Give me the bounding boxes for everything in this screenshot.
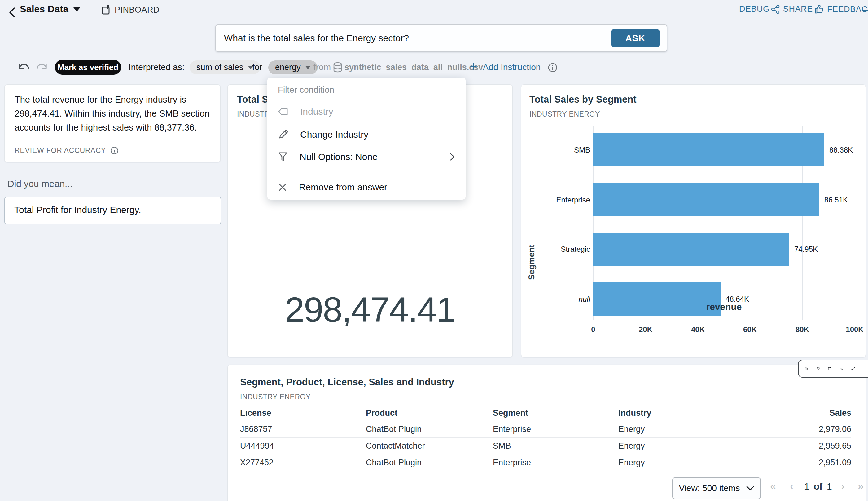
metric-chip-label: sum of sales	[196, 63, 243, 72]
undo-button[interactable]	[17, 61, 31, 73]
category-label: Enterprise	[528, 183, 590, 216]
menu-item-label: Industry	[300, 106, 333, 117]
cell-segment: SMB	[493, 438, 511, 454]
col-header-industry[interactable]: Industry	[618, 405, 651, 421]
prev-page-button[interactable]: ‹	[790, 480, 794, 493]
back-button[interactable]	[7, 6, 17, 19]
insight-bulb-icon[interactable]	[816, 364, 820, 374]
ask-button[interactable]: ASK	[611, 30, 660, 47]
dataset-selector[interactable]: Sales Data	[20, 4, 80, 15]
header-divider	[92, 2, 92, 26]
redo-button[interactable]	[35, 61, 48, 73]
menu-item-null-options[interactable]: Null Options: None	[267, 147, 465, 167]
cell-sales: 2,979.06	[819, 421, 851, 437]
funnel-icon	[278, 152, 288, 162]
row-divider	[240, 454, 851, 455]
menu-item-change-industry[interactable]: Change Industry	[267, 125, 465, 145]
collapsed-menu-icon[interactable]	[863, 10, 868, 11]
table-title: Segment, Product, License, Sales and Ind…	[240, 377, 454, 388]
question-input[interactable]: What is the total sales for the Energy s…	[224, 25, 409, 51]
cell-license: U444994	[240, 438, 274, 454]
pinboard-icon	[101, 4, 111, 15]
for-word: for	[252, 60, 262, 75]
feedback-button[interactable]: FEEDBACK	[814, 4, 868, 14]
value-label: 74.95K	[794, 233, 818, 266]
source-file-label: synthetic_sales_data_all_nulls.csv	[344, 60, 483, 75]
bar-chart-card: Total Sales by Segment INDUSTRY ENERGY S…	[521, 84, 866, 358]
bar-smb[interactable]	[593, 133, 824, 167]
ask-bar[interactable]: What is the total sales for the Energy s…	[215, 24, 667, 52]
share-icon	[771, 5, 780, 14]
col-header-license[interactable]: License	[240, 405, 271, 421]
view-items-label: View: 500 items	[679, 483, 740, 493]
table-subtitle: INDUSTRY ENERGY	[240, 393, 311, 401]
value-label: 86.51K	[824, 183, 848, 216]
chart-subtitle: INDUSTRY ENERGY	[529, 110, 600, 118]
feedback-label: FEEDBACK	[827, 5, 868, 14]
cell-sales: 2,951.09	[819, 455, 851, 470]
filter-chip-label: energy	[275, 63, 301, 72]
x-tick: 0	[581, 325, 606, 334]
narrative-answer-card: The total revenue for the Energy industr…	[4, 84, 221, 162]
did-you-mean-suggestion[interactable]: Total Profit for Industry Energy.	[4, 196, 221, 224]
debug-button[interactable]: DEBUG	[739, 4, 770, 14]
info-icon[interactable]	[110, 146, 119, 155]
cell-product: ChatBot Plugin	[366, 421, 421, 437]
menu-item-industry: Industry	[267, 102, 465, 121]
chevron-down-icon	[746, 486, 754, 491]
col-header-sales[interactable]: Sales	[829, 405, 851, 421]
category-label: SMB	[528, 133, 590, 167]
table-header-row: License Product Segment Industry Sales	[240, 405, 851, 421]
interpreted-as-label: Interpreted as:	[129, 60, 185, 75]
pencil-icon	[278, 129, 288, 140]
bar-plot: SMB 88.38K Enterprise 86.51K Strategic 7…	[593, 126, 855, 320]
mark-as-verified-button[interactable]: Mark as verified	[55, 60, 121, 75]
last-page-button[interactable]: »	[857, 480, 864, 493]
pin-to-board-icon[interactable]	[828, 364, 832, 374]
visual-actions-toolbar	[798, 360, 868, 377]
pinboard-button[interactable]: PINBOARD	[101, 4, 160, 15]
did-you-mean-label: Did you mean...	[8, 179, 73, 189]
x-axis-label: revenue	[593, 302, 855, 312]
x-tick: 60K	[738, 325, 762, 334]
dataset-title: Sales Data	[20, 4, 68, 15]
page-indicator: 1 of 1	[804, 481, 832, 492]
menu-item-label: Null Options: None	[299, 152, 377, 162]
metric-chip[interactable]: sum of sales	[189, 61, 260, 74]
close-icon	[278, 183, 287, 192]
add-instruction-button[interactable]: + Add Instruction	[470, 60, 540, 75]
next-page-button[interactable]: ›	[841, 480, 845, 493]
bar-enterprise[interactable]	[593, 183, 820, 216]
cell-industry: Energy	[618, 438, 645, 454]
table-row[interactable]: X277452 ChatBot Plugin Enterprise Energy…	[240, 455, 851, 470]
x-tick: 20K	[633, 325, 658, 334]
first-page-button[interactable]: «	[770, 480, 776, 493]
view-items-dropdown[interactable]: View: 500 items	[672, 478, 761, 499]
menu-item-label: Change Industry	[300, 129, 368, 140]
cell-sales: 2,959.65	[819, 438, 851, 454]
pinboard-label: PINBOARD	[114, 5, 160, 15]
plus-icon: +	[470, 59, 477, 74]
filter-chip-energy[interactable]: energy	[268, 61, 318, 74]
value-label: 88.38K	[829, 133, 853, 167]
info-icon[interactable]	[548, 63, 558, 73]
chart-type-icon[interactable]	[805, 364, 809, 373]
bar-strategic[interactable]	[593, 233, 789, 266]
menu-item-remove-from-answer[interactable]: Remove from answer	[267, 177, 465, 197]
share-icon[interactable]	[840, 364, 844, 373]
table-row[interactable]: U444994 ContactMatcher SMB Energy 2,959.…	[240, 438, 851, 454]
total-pages: 1	[827, 481, 832, 492]
col-header-segment[interactable]: Segment	[493, 405, 528, 421]
col-header-product[interactable]: Product	[366, 405, 397, 421]
narrative-text: The total revenue for the Energy industr…	[14, 93, 211, 135]
kpi-value: 298,474.41	[228, 289, 512, 330]
expand-icon[interactable]	[851, 364, 855, 373]
thumbs-up-icon	[814, 4, 824, 14]
cell-segment: Enterprise	[493, 455, 531, 470]
share-button[interactable]: SHARE	[771, 4, 813, 14]
cell-industry: Energy	[618, 455, 645, 470]
table-row[interactable]: J868757 ChatBot Plugin Enterprise Energy…	[240, 421, 851, 437]
row-divider	[240, 437, 851, 438]
filter-context-menu: Filter condition Industry Change Industr…	[267, 77, 465, 200]
review-for-accuracy: REVIEW FOR ACCURACY	[14, 146, 119, 155]
